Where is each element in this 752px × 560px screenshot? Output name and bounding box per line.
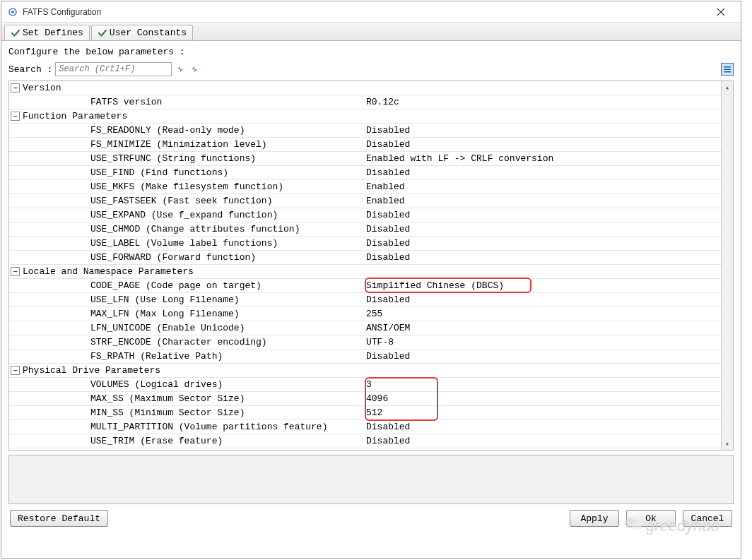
checkmark-icon xyxy=(11,28,20,38)
param-value[interactable]: Disabled xyxy=(366,125,721,136)
param-row[interactable]: MULTI_PARTITION (Volume partitions featu… xyxy=(9,420,721,434)
tab-set-defines[interactable]: Set Defines xyxy=(4,25,90,40)
search-next-button[interactable] xyxy=(175,64,186,75)
collapse-button[interactable]: − xyxy=(11,366,20,375)
titlebar: FATFS Configuration xyxy=(1,1,741,23)
window-title: FATFS Configuration xyxy=(23,7,101,17)
param-row[interactable]: MAX_LFN (Max Long Filename)255 xyxy=(9,307,721,321)
tab-user-constants[interactable]: User Constants xyxy=(91,25,193,40)
svg-rect-2 xyxy=(724,66,731,68)
param-row[interactable]: LFN_UNICODE (Enable Unicode)ANSI/OEM xyxy=(9,321,721,335)
param-row[interactable]: CODE_PAGE (Code page on target)Simplifie… xyxy=(9,279,721,293)
param-row[interactable]: FS_MINIMIZE (Minimization level)Disabled xyxy=(9,138,721,152)
param-row[interactable]: USE_EXPAND (Use f_expand function)Disabl… xyxy=(9,208,721,222)
param-value[interactable]: Disabled xyxy=(366,436,721,446)
section-title: Physical Drive Parameters xyxy=(23,365,160,376)
tab-label: Set Defines xyxy=(23,28,83,38)
close-button[interactable] xyxy=(707,2,735,22)
param-value[interactable]: Disabled xyxy=(366,167,721,178)
ok-button[interactable]: Ok xyxy=(626,510,676,527)
param-value[interactable]: R0.12c xyxy=(366,97,721,107)
param-label: USE_LABEL (Volume label functions) xyxy=(9,238,366,249)
restore-default-button[interactable]: Restore Default xyxy=(10,510,108,527)
param-label: VOLUMES (Logical drives) xyxy=(9,379,366,390)
param-value[interactable]: Enabled xyxy=(366,181,721,192)
param-row[interactable]: USE_FORWARD (Forward function)Disabled xyxy=(9,251,721,265)
param-value[interactable]: 512 xyxy=(366,407,721,418)
param-row[interactable]: USE_STRFUNC (String functions)Enabled wi… xyxy=(9,152,721,166)
search-row: Search : xyxy=(1,60,741,81)
param-row[interactable]: MAX_SS (Maximum Sector Size)4096 xyxy=(9,392,721,406)
search-prev-button[interactable] xyxy=(189,64,200,75)
param-row[interactable]: MIN_SS (Minimum Sector Size)512 xyxy=(9,406,721,420)
scroll-up-button[interactable]: ▴ xyxy=(722,81,733,93)
svg-point-1 xyxy=(11,11,14,13)
param-label: MIN_SS (Minimum Sector Size) xyxy=(9,407,366,418)
description-panel xyxy=(8,455,734,504)
param-value[interactable]: Disabled xyxy=(366,224,721,234)
param-value[interactable]: Disabled xyxy=(366,210,721,220)
param-row[interactable]: USE_MKFS (Make filesystem function)Enabl… xyxy=(9,180,721,194)
instruction-text: Configure the below parameters : xyxy=(1,41,741,60)
collapse-button[interactable]: − xyxy=(11,83,20,93)
param-label: MAX_LFN (Max Long Filename) xyxy=(9,309,366,319)
apply-button[interactable]: Apply xyxy=(570,510,619,527)
section-header: −Function Parameters xyxy=(9,109,721,124)
section-header: −Physical Drive Parameters xyxy=(9,364,721,378)
section-title: Locale and Namespace Parameters xyxy=(23,266,194,277)
cancel-button[interactable]: Cancel xyxy=(683,510,732,527)
param-value[interactable]: UTF-8 xyxy=(366,337,721,347)
param-label: MULTI_PARTITION (Volume partitions featu… xyxy=(9,422,366,432)
scroll-down-button[interactable]: ▾ xyxy=(722,438,733,450)
app-icon xyxy=(7,6,18,18)
section-title: Version xyxy=(23,83,61,93)
param-label: MAX_SS (Maximum Sector Size) xyxy=(9,393,366,404)
search-label: Search : xyxy=(8,64,52,75)
param-value[interactable]: ANSI/OEM xyxy=(366,323,721,333)
param-value[interactable]: Disabled xyxy=(366,422,721,432)
param-row[interactable]: FS_RPATH (Relative Path)Disabled xyxy=(9,350,721,364)
param-value[interactable]: Disabled xyxy=(366,139,721,150)
param-row[interactable]: USE_TRIM (Erase feature)Disabled xyxy=(9,434,721,448)
param-row[interactable]: VOLUMES (Logical drives)3 xyxy=(9,378,721,392)
search-input[interactable] xyxy=(55,62,172,76)
param-row[interactable]: FATFS versionR0.12c xyxy=(9,95,721,109)
parameter-grid: −VersionFATFS versionR0.12c−Function Par… xyxy=(8,81,734,451)
section-header: −Locale and Namespace Parameters xyxy=(9,265,721,279)
param-label: USE_EXPAND (Use f_expand function) xyxy=(9,210,366,220)
param-value[interactable]: Disabled xyxy=(366,238,721,249)
collapse-button[interactable]: − xyxy=(11,112,20,121)
list-view-button[interactable] xyxy=(721,63,734,76)
param-row[interactable]: USE_LFN (Use Long Filename)Disabled xyxy=(9,293,721,307)
param-row[interactable]: FS_READONLY (Read-only mode)Disabled xyxy=(9,124,721,138)
param-value[interactable]: Disabled xyxy=(366,351,721,362)
param-row[interactable]: USE_CHMOD (Change attributes function)Di… xyxy=(9,222,721,237)
section-title: Function Parameters xyxy=(23,111,127,121)
collapse-button[interactable]: − xyxy=(11,267,20,276)
param-value[interactable]: 4096 xyxy=(366,393,721,404)
param-row[interactable]: USE_FASTSEEK (Fast seek function)Enabled xyxy=(9,194,721,208)
param-value[interactable]: Disabled xyxy=(366,252,721,263)
param-value[interactable]: Disabled xyxy=(366,294,721,305)
param-label: USE_FIND (Find functions) xyxy=(9,167,366,178)
param-label: FS_MINIMIZE (Minimization level) xyxy=(9,139,366,150)
section-header: −Version xyxy=(9,81,721,95)
param-value[interactable]: 255 xyxy=(366,309,721,319)
param-label: USE_FORWARD (Forward function) xyxy=(9,252,366,263)
param-label: LFN_UNICODE (Enable Unicode) xyxy=(9,323,366,333)
param-value[interactable]: Enabled xyxy=(366,196,721,206)
param-value[interactable]: Simplified Chinese (DBCS) xyxy=(366,280,721,291)
param-row[interactable]: FS_NOFSINFO (Force full FAT scan)0 xyxy=(9,448,721,450)
param-label: CODE_PAGE (Code page on target) xyxy=(9,280,366,291)
param-row[interactable]: USE_LABEL (Volume label functions)Disabl… xyxy=(9,237,721,251)
param-row[interactable]: USE_FIND (Find functions)Disabled xyxy=(9,166,721,180)
param-label: USE_TRIM (Erase feature) xyxy=(9,436,366,446)
param-value[interactable]: Enabled with LF -> CRLF conversion xyxy=(366,153,721,164)
svg-rect-3 xyxy=(724,69,731,71)
param-label: FS_RPATH (Relative Path) xyxy=(9,351,366,362)
param-row[interactable]: STRF_ENCODE (Character encoding)UTF-8 xyxy=(9,335,721,350)
param-value[interactable]: 3 xyxy=(366,379,721,390)
param-label: USE_CHMOD (Change attributes function) xyxy=(9,224,366,234)
vertical-scrollbar[interactable]: ▴ ▾ xyxy=(721,81,733,450)
param-label: USE_STRFUNC (String functions) xyxy=(9,153,366,164)
